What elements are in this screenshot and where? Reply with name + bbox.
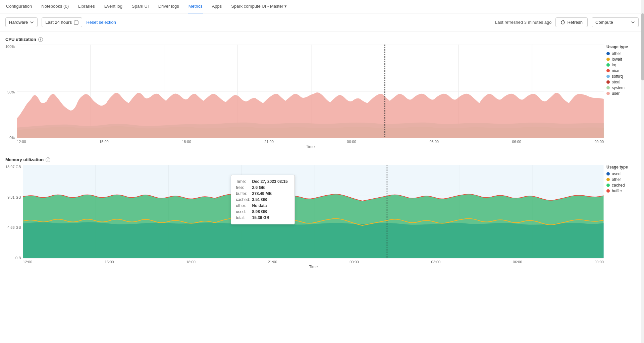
legend-dot-other <box>606 52 610 55</box>
calendar-icon <box>74 20 78 25</box>
cpu-chart-wrap: 12:00 15:00 18:00 21:00 00:00 03:00 06:0… <box>17 45 604 149</box>
memory-x-labels: 12:00 15:00 18:00 21:00 00:00 03:00 06:0… <box>23 259 604 264</box>
legend-dot-mem-cached <box>606 184 610 187</box>
nav-configuration[interactable]: Configuration <box>5 0 33 13</box>
legend-dot-user <box>606 92 610 95</box>
memory-y-labels: 13.97 GB 9.31 GB 4.66 GB 0 B <box>0 165 23 269</box>
last-refresh-text: Last refreshed 3 minutes ago <box>495 20 551 25</box>
memory-chart-section: Memory utilization i 13.97 GB 9.31 GB 4.… <box>0 157 644 269</box>
nav-eventlog[interactable]: Event log <box>104 0 123 13</box>
cpu-chart-container: 100% 50% 0% <box>0 45 644 149</box>
scrollbar-track[interactable] <box>641 0 644 277</box>
memory-legend: Usage type used other cached buffer <box>604 165 644 269</box>
nav-metrics[interactable]: Metrics <box>188 0 203 13</box>
cpu-info-icon[interactable]: i <box>38 37 43 42</box>
legend-item-irq: irq <box>606 63 639 67</box>
legend-item-mem-other: other <box>606 177 639 182</box>
memory-chart-title: Memory utilization i <box>5 157 644 162</box>
legend-item-iowait: iowait <box>606 57 639 62</box>
toolbar: Hardware Last 24 hours Reset selection L… <box>0 13 644 31</box>
cpu-x-labels: 12:00 15:00 18:00 21:00 00:00 03:00 06:0… <box>17 138 604 144</box>
nav-driverlogs[interactable]: Driver logs <box>158 0 180 13</box>
legend-item-system: system <box>606 85 639 90</box>
memory-chart-container: 13.97 GB 9.31 GB 4.66 GB 0 B <box>0 165 644 269</box>
legend-item-mem-buffer: buffer <box>606 189 639 193</box>
cpu-y-labels: 100% 50% 0% <box>0 45 17 149</box>
cpu-legend: Usage type other iowait irq nice <box>604 45 644 149</box>
refresh-icon <box>560 20 565 25</box>
chevron-down-icon <box>30 20 34 24</box>
charts-area: CPU utilization i 100% 50% 0% <box>0 31 644 269</box>
legend-item-mem-used: used <box>606 172 639 176</box>
nav-sparkui[interactable]: Spark UI <box>131 0 150 13</box>
legend-dot-irq <box>606 63 610 67</box>
legend-item-nice: nice <box>606 68 639 73</box>
cpu-chart-title: CPU utilization i <box>5 37 644 42</box>
legend-dot-mem-other <box>606 178 610 181</box>
cpu-chart-section: CPU utilization i 100% 50% 0% <box>0 37 644 149</box>
legend-dot-steal <box>606 80 610 84</box>
legend-item-other: other <box>606 51 639 56</box>
svg-rect-0 <box>74 21 78 24</box>
nav-libraries[interactable]: Libraries <box>77 0 96 13</box>
nav-bar: Configuration Notebooks (0) Libraries Ev… <box>0 0 644 13</box>
cpu-x-title: Time <box>17 144 604 149</box>
cpu-chart-svg <box>17 45 604 138</box>
memory-info-icon[interactable]: i <box>46 157 50 162</box>
reset-selection-link[interactable]: Reset selection <box>86 20 116 25</box>
nav-notebooks[interactable]: Notebooks (0) <box>41 0 69 13</box>
legend-item-softirq: softirq <box>606 74 639 79</box>
refresh-button[interactable]: Refresh <box>555 17 588 27</box>
nav-apps[interactable]: Apps <box>211 0 223 13</box>
metric-type-select[interactable]: Hardware <box>5 17 38 27</box>
legend-dot-softirq <box>606 75 610 78</box>
scrollbar-thumb[interactable] <box>641 13 644 80</box>
legend-item-user: user <box>606 91 639 96</box>
legend-dot-nice <box>606 69 610 72</box>
legend-dot-system <box>606 86 610 89</box>
time-range-select[interactable]: Last 24 hours <box>42 17 82 27</box>
legend-dot-mem-buffer <box>606 189 610 193</box>
compute-select[interactable]: Compute <box>592 17 639 27</box>
nav-sparkcompute[interactable]: Spark compute UI - Master ▾ <box>230 0 287 13</box>
chevron-down-icon-2 <box>631 20 635 24</box>
legend-item-mem-cached: cached <box>606 183 639 188</box>
legend-dot-iowait <box>606 58 610 61</box>
memory-chart-wrap: Time: Dec 27, 2023 03:15 free: 2.6 GB bu… <box>23 165 604 269</box>
memory-x-title: Time <box>23 265 604 269</box>
legend-item-steal: steal <box>606 80 639 84</box>
legend-dot-mem-used <box>606 172 610 176</box>
memory-chart-svg <box>23 165 604 259</box>
